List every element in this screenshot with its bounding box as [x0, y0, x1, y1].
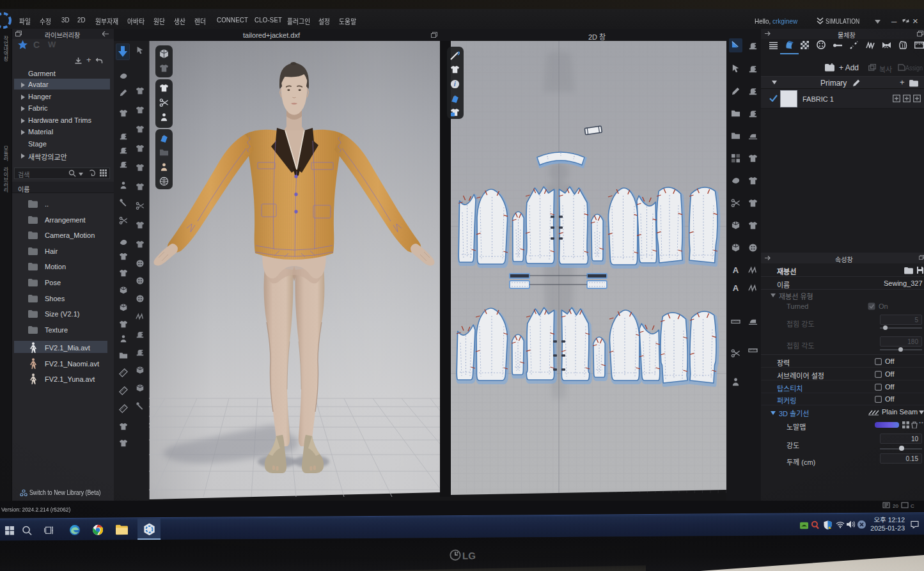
svg-text:LG: LG — [462, 550, 476, 561]
svg-text:C: C — [911, 503, 914, 509]
svg-text:20: 20 — [893, 503, 898, 509]
